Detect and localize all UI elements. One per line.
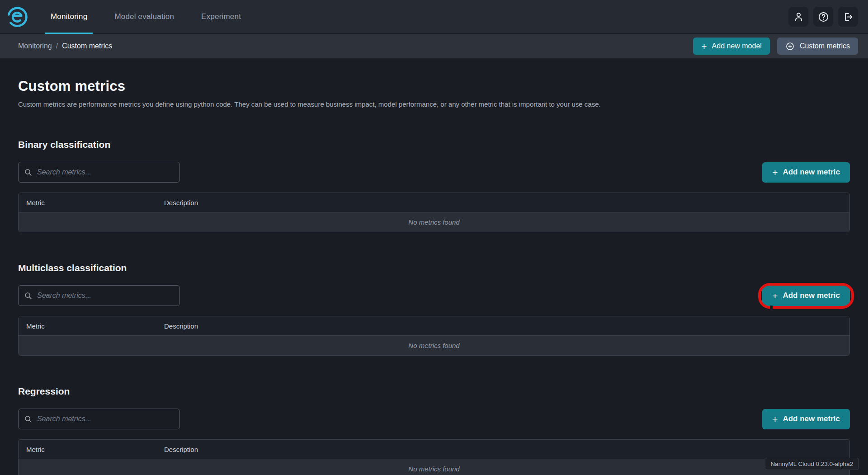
- add-new-metric-label: Add new metric: [783, 291, 840, 300]
- table-header-row: Metric Description: [19, 440, 849, 459]
- nannyml-logo: [6, 6, 28, 28]
- plus-icon: +: [772, 168, 778, 177]
- empty-state-row: No metrics found: [19, 459, 849, 475]
- add-metric-button-holder: + Add new metric: [762, 286, 850, 306]
- breadcrumb-bar: Monitoring / Custom metrics + Add new mo…: [0, 34, 868, 58]
- tab-model-evaluation-label: Model evaluation: [114, 12, 174, 21]
- version-badge: NannyML Cloud 0.23.0-alpha2: [765, 458, 859, 470]
- user-icon: [793, 11, 804, 23]
- column-header-metric: Metric: [19, 322, 164, 330]
- breadcrumb-current-page: Custom metrics: [62, 42, 112, 50]
- page-description: Custom metrics are performance metrics y…: [18, 100, 850, 108]
- section-regression: Regression + Add new metric Metric Descr…: [18, 386, 850, 475]
- metrics-table-regression: Metric Description No metrics found: [18, 439, 850, 475]
- table-header-row: Metric Description: [19, 316, 849, 336]
- plus-icon: +: [772, 291, 778, 301]
- metrics-table-binary: Metric Description No metrics found: [18, 193, 850, 232]
- tab-experiment-label: Experiment: [201, 12, 241, 21]
- add-new-metric-button-binary[interactable]: + Add new metric: [762, 162, 850, 183]
- add-new-metric-button-regression[interactable]: + Add new metric: [762, 409, 850, 429]
- search-metrics-input[interactable]: [37, 168, 174, 176]
- tab-monitoring[interactable]: Monitoring: [45, 0, 93, 33]
- table-header-row: Metric Description: [19, 193, 849, 212]
- section-controls: + Add new metric: [18, 409, 850, 429]
- page-title: Custom metrics: [18, 78, 850, 94]
- section-multiclass-classification: Multiclass classification + Add new metr…: [18, 263, 850, 356]
- add-new-model-button[interactable]: + Add new model: [693, 38, 770, 55]
- tab-model-evaluation[interactable]: Model evaluation: [109, 0, 179, 33]
- column-header-description: Description: [164, 322, 849, 330]
- add-metric-button-holder: + Add new metric: [762, 162, 850, 183]
- search-icon: [24, 168, 33, 177]
- section-title: Multiclass classification: [18, 263, 850, 273]
- add-new-model-label: Add new model: [712, 42, 762, 50]
- column-header-description: Description: [164, 199, 849, 207]
- logout-button[interactable]: [838, 7, 858, 27]
- breadcrumb-separator: /: [56, 42, 58, 50]
- empty-state-row: No metrics found: [19, 336, 849, 355]
- logo-container[interactable]: [0, 0, 45, 33]
- section-controls: + Add new metric: [18, 285, 850, 306]
- search-box: [18, 285, 180, 306]
- custom-metrics-button[interactable]: Custom metrics: [777, 38, 858, 55]
- section-title: Binary classification: [18, 139, 850, 150]
- navbar-icon-group: [788, 0, 868, 33]
- search-metrics-input[interactable]: [37, 292, 174, 300]
- top-navbar: Monitoring Model evaluation Experiment: [0, 0, 868, 34]
- user-account-button[interactable]: [788, 7, 808, 27]
- search-metrics-input[interactable]: [37, 415, 174, 423]
- search-box: [18, 162, 180, 183]
- section-title: Regression: [18, 386, 850, 397]
- breadcrumb: Monitoring / Custom metrics: [18, 42, 112, 50]
- tab-experiment[interactable]: Experiment: [196, 0, 246, 33]
- search-icon: [24, 292, 33, 300]
- empty-state-row: No metrics found: [19, 212, 849, 232]
- plus-icon: +: [701, 42, 707, 51]
- help-icon: [818, 11, 829, 23]
- main-content: Custom metrics Custom metrics are perfor…: [0, 58, 868, 475]
- add-new-metric-label: Add new metric: [783, 414, 840, 423]
- search-icon: [24, 415, 33, 423]
- metrics-table-multiclass: Metric Description No metrics found: [18, 316, 850, 356]
- circled-plus-icon: [785, 42, 795, 51]
- section-controls: + Add new metric: [18, 162, 850, 183]
- header-actions: + Add new model Custom metrics: [693, 38, 858, 55]
- custom-metrics-label: Custom metrics: [800, 42, 850, 50]
- red-highlight-notch: [770, 306, 773, 309]
- column-header-metric: Metric: [19, 446, 164, 453]
- search-box: [18, 409, 180, 429]
- tab-monitoring-label: Monitoring: [51, 12, 87, 21]
- column-header-description: Description: [164, 446, 849, 453]
- plus-icon: +: [772, 414, 778, 424]
- add-metric-button-holder: + Add new metric: [762, 409, 850, 429]
- section-binary-classification: Binary classification + Add new metric M…: [18, 139, 850, 232]
- add-new-metric-button-multiclass[interactable]: + Add new metric: [762, 286, 850, 306]
- navbar-spacer: [263, 0, 788, 33]
- help-button[interactable]: [813, 7, 833, 27]
- breadcrumb-monitoring-link[interactable]: Monitoring: [18, 42, 52, 50]
- add-new-metric-label: Add new metric: [783, 168, 840, 177]
- logout-icon: [843, 11, 854, 23]
- column-header-metric: Metric: [19, 199, 164, 207]
- main-tabs: Monitoring Model evaluation Experiment: [45, 0, 263, 33]
